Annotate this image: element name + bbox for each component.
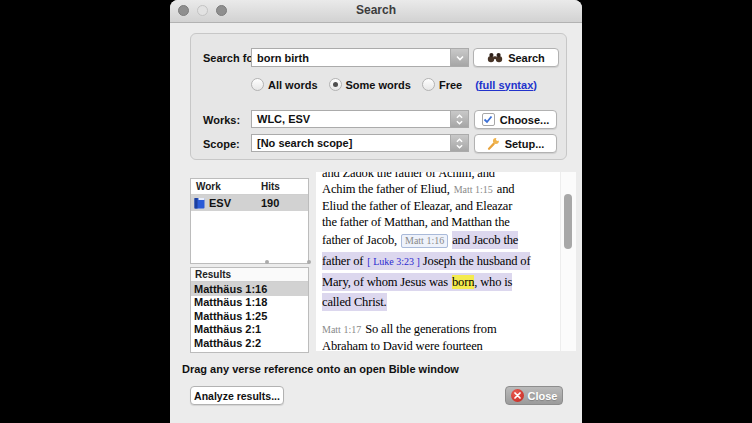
paragraph-gap (322, 312, 561, 321)
list-item[interactable]: Matthäus 1:25 (191, 309, 308, 323)
scope-label: Scope: (203, 138, 240, 150)
verse-text-pane[interactable]: and Zadok the father of Achim, and Achim… (316, 172, 576, 351)
col-hits-header: Hits (261, 181, 280, 192)
vertical-scrollbar[interactable] (560, 172, 576, 351)
works-label: Works: (203, 114, 240, 126)
scope-stepper[interactable] (450, 135, 468, 151)
verse-line: Mary, of whom Jesus wasborn, who is (322, 272, 561, 292)
works-combo-value: WLC, ESV (257, 113, 310, 125)
search-dialog-window: Search Search for: born birth Search All… (170, 0, 582, 423)
results-list: Results Matthäus 1:16 Matthäus 1:18 Matt… (190, 267, 309, 353)
search-history-dropdown[interactable] (450, 49, 468, 66)
wrench-icon (487, 137, 500, 150)
search-options-panel: Search for: born birth Search All words … (190, 33, 567, 160)
full-syntax-link[interactable]: full syntax (479, 79, 533, 91)
close-button[interactable]: Close (505, 386, 563, 405)
scope-setup-button[interactable]: Setup... (474, 134, 557, 153)
verse-ref[interactable]: Matt 1:17 (322, 324, 361, 335)
list-item[interactable]: Matthäus 1:16 (191, 282, 308, 296)
current-verse-ref[interactable]: Matt 1:16 (401, 234, 448, 248)
search-input[interactable]: born birth (251, 48, 469, 67)
minimize-window-icon[interactable] (197, 5, 208, 16)
verse-line: father of Jacob,Matt 1:16and Jacob the (322, 230, 561, 251)
work-name: ESV (209, 197, 231, 209)
list-item[interactable]: Matthäus 2:1 (191, 323, 308, 337)
close-x-icon (511, 389, 524, 402)
verse-line: Eliud the father of Eleazar, and Eleazar (322, 198, 561, 214)
verse-line: and Zadok the father of Achim, and (322, 172, 561, 181)
choose-checkbox[interactable] (482, 113, 495, 126)
title-bar[interactable]: Search (170, 0, 582, 23)
book-icon (194, 197, 205, 209)
verse-ref[interactable]: Matt 1:15 (454, 184, 493, 195)
chevron-up-icon (456, 138, 463, 143)
hit-word: born (452, 275, 474, 289)
work-hits: 190 (261, 197, 279, 209)
radio-selected-icon (329, 78, 342, 91)
verse-line: father of[ Luke 3:23 ]Joseph the husband… (322, 251, 561, 272)
binoculars-icon (487, 52, 503, 63)
checkmark-icon (483, 115, 493, 124)
radio-icon (422, 78, 435, 91)
chevron-down-icon (456, 120, 463, 125)
analyze-results-label: Analyze results... (194, 390, 280, 402)
list-item[interactable]: Matthäus 2:2 (191, 336, 308, 350)
cross-reference-link[interactable]: [ Luke 3:23 ] (367, 256, 420, 267)
search-input-value: born birth (257, 52, 309, 64)
analyze-results-button[interactable]: Analyze results... (190, 386, 284, 405)
screen: { "window": { "title": "Search" }, "sear… (0, 0, 752, 423)
setup-button-label: Setup... (505, 138, 545, 150)
radio-icon (251, 78, 264, 91)
verse-line: Abraham to David were fourteen (322, 338, 561, 351)
scope-combo[interactable]: [No search scope] (251, 134, 469, 152)
verse-line: Achim the father of Eliud,Matt 1:15and (322, 181, 561, 198)
search-button-label: Search (508, 52, 545, 64)
hits-table: Work Hits ESV 190 (190, 178, 309, 264)
splitter-handle-icon[interactable] (265, 260, 269, 264)
verse-text: and Zadok the father of Achim, and Achim… (316, 172, 561, 351)
chevron-up-icon (456, 114, 463, 119)
results-header: Results (191, 268, 308, 282)
close-window-icon[interactable] (178, 5, 189, 16)
works-stepper[interactable] (450, 111, 468, 127)
scrollbar-thumb[interactable] (564, 194, 572, 249)
choose-button-label: Choose... (500, 114, 550, 126)
window-title: Search (170, 0, 582, 21)
radio-some-words[interactable]: Some words (329, 78, 411, 91)
zoom-window-icon[interactable] (216, 5, 227, 16)
full-syntax: (full syntax) (475, 79, 537, 91)
radio-free[interactable]: Free (422, 78, 462, 91)
traffic-lights (178, 5, 227, 16)
col-work-header: Work (196, 181, 221, 192)
chevron-down-icon (456, 144, 463, 149)
scope-combo-value: [No search scope] (257, 137, 352, 149)
verse-line: Matt 1:17So all the generations from (322, 321, 561, 338)
verse-line: the father of Matthan, and Matthan the (322, 214, 561, 230)
radio-all-words[interactable]: All words (251, 78, 318, 91)
works-combo[interactable]: WLC, ESV (251, 110, 469, 128)
hits-table-header: Work Hits (191, 179, 308, 195)
search-button[interactable]: Search (473, 48, 559, 67)
close-button-label: Close (528, 390, 558, 402)
verse-line: called Christ. (322, 292, 561, 312)
chevron-down-icon (456, 55, 464, 61)
splitter-handle-icon[interactable] (307, 260, 311, 264)
choose-works-button[interactable]: Choose... (474, 110, 557, 129)
list-item[interactable]: Matthäus 1:18 (191, 296, 308, 310)
drag-hint-text: Drag any verse reference onto an open Bi… (182, 363, 459, 375)
table-row[interactable]: ESV 190 (191, 195, 308, 211)
word-mode-radios: All words Some words Free (full syntax) (251, 77, 537, 92)
